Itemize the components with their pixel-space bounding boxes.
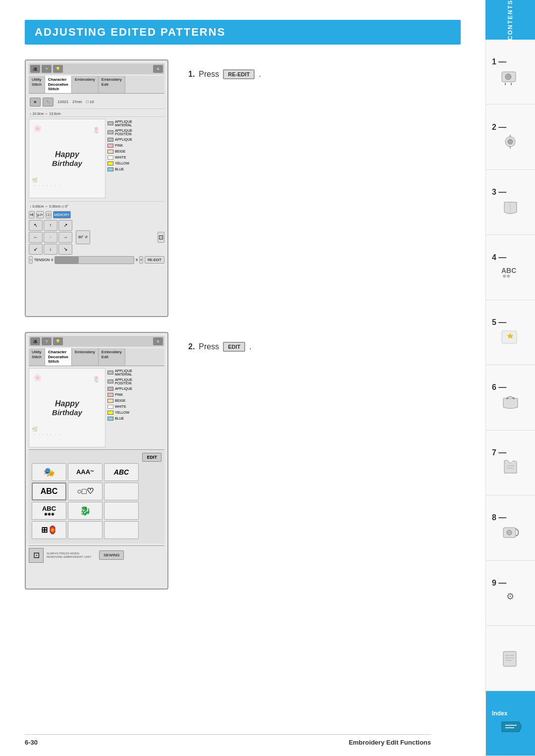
step-1-press: Press [199,70,219,79]
edit-cell-ornament[interactable]: 🐉 [68,502,103,520]
footer-section-title: Embroidery Edit Functions [349,739,431,746]
sidebar-item-8[interactable]: 8 — [486,495,535,560]
edit-cell-abc-outline[interactable]: ABC [32,483,66,500]
sidebar: CONTENTS 1 — 2 — [485,0,535,756]
s2-color-applique: APPLIQUE [107,386,157,392]
screen2-tab-emb-edit[interactable]: EmbroideryEdit [99,348,125,366]
s2-swatch-beige [107,399,113,403]
screen1-tab-character[interactable]: CharacterDecorativeStitch [45,76,72,93]
sidebar-item-notes[interactable] [486,626,535,691]
ctrl-btn-frame[interactable]: ⊡ [158,232,164,243]
color-yellow: YELLOW [107,161,157,166]
screen2-tab-utility[interactable]: UtilityStitch [29,348,45,366]
sidebar-num-6: 6 — [492,383,506,392]
arrow-topright[interactable]: ↗ [58,220,72,231]
hoop-icon: ⊡ [29,548,44,563]
sidebar-item-9[interactable]: 9 — ⚙ [486,561,535,626]
screen1-dims: ↕ 10.0cm ↔ 13.9cm [29,111,164,117]
edit-cell-abc-fancy[interactable]: ABC❋❋❋ [32,502,66,520]
color-applique-position: APPLIQUEPOSITION [107,128,157,137]
arrow-botleft[interactable]: ↙ [29,244,43,255]
arrow-right[interactable]: → [58,232,72,243]
screen1-tab-utility[interactable]: UtilityStitch [29,76,45,93]
s2-swatch-white [107,405,113,409]
s2-swatch-pink [107,393,113,397]
sidebar-item-5[interactable]: 5 — [486,300,535,365]
edit-cell-empty4 [104,521,139,539]
arrow-center[interactable]: · [44,232,57,243]
sidebar-item-3[interactable]: 3 — [486,170,535,235]
color-pink: PINK [107,143,157,149]
ctrl-btn-copy[interactable]: □□ [46,211,52,218]
s2-swatch-yellow [107,411,113,415]
s2-color-white: WHITE [107,404,157,410]
step-2-instruction: 2. Press EDIT . [188,332,461,357]
sidebar-num-7: 7 — [492,448,506,457]
sidebar-item-1[interactable]: 1 — [486,40,535,105]
screen1-tab-emb-edit[interactable]: EmbroideryEdit [99,76,125,93]
screen2-tabs: UtilityStitch CharacterDecorativeStitch … [29,348,164,366]
sidebar-num-8: 8 — [492,513,506,522]
page-footer: 6-30 Embroidery Edit Functions [25,734,431,746]
embroidery-text-1: Happy Birthday [52,150,82,167]
arrow-up[interactable]: ↑ [44,220,57,231]
tension-plus[interactable]: + [139,256,143,264]
sewing-button[interactable]: SEWING [99,550,124,560]
svg-point-1 [505,74,511,80]
screen1-embroidery-area: 🌸 🌷 🌿 Happy Birthday · · · · · · · [29,119,164,198]
screen1-cmd-icon1[interactable]: ⊕ [30,98,41,107]
edit-cell-decoration[interactable]: 🎭 [32,463,66,481]
s2-swatch-applique [107,387,113,391]
tension-val-9: 9 [136,258,138,262]
screen2-tab-embroidery[interactable]: Embroidery [72,348,99,366]
screen2-edit-panel: EDIT 🎭 AAA™ ABC ABC ○□♡ ABC❋❋❋ [29,449,164,543]
svg-point-18 [507,530,512,535]
tension-minus[interactable]: − [29,256,33,264]
screen2-preview: 🌸 🌷 🌿 Happy Birthday · · · · · · · [29,368,106,447]
arrow-down[interactable]: ↓ [44,244,57,255]
arrow-topleft[interactable]: ↖ [29,220,43,231]
screen2-embroidery-area: 🌸 🌷 🌿 Happy Birthday · · · · · · · [29,368,164,447]
sidebar-icon-4: ABC ❋❋ [498,262,523,282]
svg-text:⚙: ⚙ [506,592,514,601]
screen2-tab-character[interactable]: CharacterDecorativeStitch [45,348,72,366]
sidebar-num-3: 3 — [492,188,506,197]
tension-val-0: 0 [51,258,53,262]
tension-row: − TENSION 0 9 + RE-EDIT [29,256,164,264]
tension-label: TENSION [34,258,50,262]
arrow-botright[interactable]: ↘ [58,244,72,255]
sidebar-item-6[interactable]: 6 — [486,365,535,430]
s2-color-applique-material: APPLIQUEMATERIAL [107,368,157,377]
sidebar-item-index[interactable]: Index [486,691,535,756]
screen1-tab-embroidery[interactable]: Embroidery [72,76,99,93]
sidebar-item-2[interactable]: 2 — [486,105,535,169]
re-edit-button[interactable]: RE-EDIT [145,256,164,264]
screen1-cmd-icon2[interactable]: 🔧 [43,98,54,107]
screen2-header-icons: 🎩 ? 💡 ≡ [29,336,164,347]
edit-cell-frame[interactable]: ⊞🏮 [32,521,66,539]
ctrl-btn-90deg[interactable]: 90° ↺ [76,230,90,244]
ctrl-btn-memory[interactable]: MEMORY [53,211,70,218]
embroidery-text-2: Happy Birthday [52,399,82,416]
screen1-icon-menu: ≡ [153,65,163,73]
color-white: WHITE [107,155,157,161]
sidebar-icon-6 [498,392,523,412]
step-2-text: 2. Press EDIT . [188,342,461,352]
swatch-applique [107,138,113,142]
sidebar-num-2: 2 — [492,123,506,132]
edit-cell-shapes[interactable]: ○□♡ [68,483,103,500]
sidebar-item-7[interactable]: 7 — [486,431,535,495]
edit-button[interactable]: EDIT [142,453,161,462]
ctrl-btn-yminus[interactable]: y-/+ [36,211,44,218]
arrow-left[interactable]: ← [29,232,43,243]
sidebar-num-5: 5 — [492,318,506,327]
swatch-applique-position [107,130,113,134]
sidebar-icon-2 [498,132,523,152]
edit-cell-aaa[interactable]: AAA™ [68,463,103,481]
step-2-num: 2. [188,342,195,351]
color-applique: APPLIQUE [107,137,157,143]
always-text: ALWAYS PRESS WHEN REMOVING EMBROIDERY UN… [47,552,96,559]
sidebar-item-4[interactable]: 4 — ABC ❋❋ [486,235,535,300]
ctrl-btn-xe[interactable]: ×€ [29,211,35,218]
edit-cell-abc-3d[interactable]: ABC [104,463,139,481]
